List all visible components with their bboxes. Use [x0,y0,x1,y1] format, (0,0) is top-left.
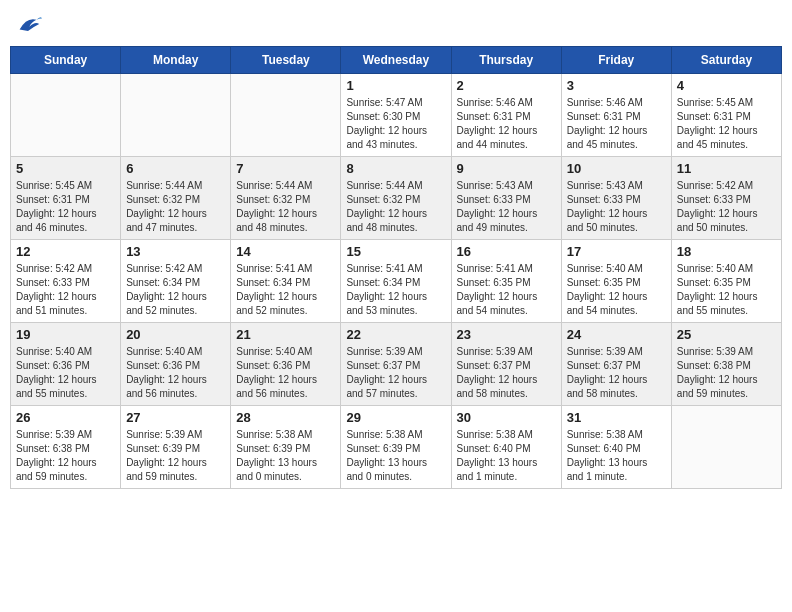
sunrise-text: Sunrise: 5:44 AM [346,180,422,191]
day-number: 3 [567,78,666,93]
calendar-week-row: 12 Sunrise: 5:42 AM Sunset: 6:33 PM Dayl… [11,240,782,323]
day-number: 21 [236,327,335,342]
day-number: 7 [236,161,335,176]
daylight-text: Daylight: 13 hours and 1 minute. [457,457,538,482]
daylight-text: Daylight: 12 hours and 45 minutes. [567,125,648,150]
sunrise-text: Sunrise: 5:39 AM [346,346,422,357]
day-number: 31 [567,410,666,425]
day-info: Sunrise: 5:42 AM Sunset: 6:34 PM Dayligh… [126,262,225,318]
day-number: 24 [567,327,666,342]
daylight-text: Daylight: 12 hours and 49 minutes. [457,208,538,233]
daylight-text: Daylight: 12 hours and 52 minutes. [236,291,317,316]
sunrise-text: Sunrise: 5:38 AM [567,429,643,440]
day-number: 26 [16,410,115,425]
day-info: Sunrise: 5:42 AM Sunset: 6:33 PM Dayligh… [16,262,115,318]
sunset-text: Sunset: 6:33 PM [677,194,751,205]
daylight-text: Daylight: 12 hours and 57 minutes. [346,374,427,399]
calendar-day-cell: 9 Sunrise: 5:43 AM Sunset: 6:33 PM Dayli… [451,157,561,240]
sunset-text: Sunset: 6:40 PM [567,443,641,454]
sunset-text: Sunset: 6:31 PM [16,194,90,205]
day-info: Sunrise: 5:43 AM Sunset: 6:33 PM Dayligh… [457,179,556,235]
day-number: 13 [126,244,225,259]
sunrise-text: Sunrise: 5:38 AM [236,429,312,440]
daylight-text: Daylight: 12 hours and 52 minutes. [126,291,207,316]
sunset-text: Sunset: 6:32 PM [236,194,310,205]
sunset-text: Sunset: 6:35 PM [677,277,751,288]
sunset-text: Sunset: 6:34 PM [236,277,310,288]
sunrise-text: Sunrise: 5:40 AM [567,263,643,274]
day-info: Sunrise: 5:39 AM Sunset: 6:39 PM Dayligh… [126,428,225,484]
day-number: 30 [457,410,556,425]
calendar-day-cell [671,406,781,489]
calendar-day-cell: 11 Sunrise: 5:42 AM Sunset: 6:33 PM Dayl… [671,157,781,240]
calendar-day-cell: 17 Sunrise: 5:40 AM Sunset: 6:35 PM Dayl… [561,240,671,323]
day-info: Sunrise: 5:46 AM Sunset: 6:31 PM Dayligh… [567,96,666,152]
daylight-text: Daylight: 13 hours and 0 minutes. [346,457,427,482]
day-info: Sunrise: 5:41 AM Sunset: 6:34 PM Dayligh… [236,262,335,318]
calendar-day-cell: 15 Sunrise: 5:41 AM Sunset: 6:34 PM Dayl… [341,240,451,323]
calendar-day-cell: 1 Sunrise: 5:47 AM Sunset: 6:30 PM Dayli… [341,74,451,157]
weekday-header: Tuesday [231,47,341,74]
day-info: Sunrise: 5:38 AM Sunset: 6:40 PM Dayligh… [567,428,666,484]
daylight-text: Daylight: 12 hours and 59 minutes. [16,457,97,482]
page-header [10,10,782,38]
sunset-text: Sunset: 6:39 PM [126,443,200,454]
day-info: Sunrise: 5:41 AM Sunset: 6:34 PM Dayligh… [346,262,445,318]
calendar-day-cell: 2 Sunrise: 5:46 AM Sunset: 6:31 PM Dayli… [451,74,561,157]
daylight-text: Daylight: 12 hours and 53 minutes. [346,291,427,316]
day-number: 19 [16,327,115,342]
day-info: Sunrise: 5:46 AM Sunset: 6:31 PM Dayligh… [457,96,556,152]
daylight-text: Daylight: 12 hours and 59 minutes. [677,374,758,399]
daylight-text: Daylight: 13 hours and 1 minute. [567,457,648,482]
calendar-week-row: 5 Sunrise: 5:45 AM Sunset: 6:31 PM Dayli… [11,157,782,240]
sunset-text: Sunset: 6:32 PM [346,194,420,205]
day-number: 27 [126,410,225,425]
day-number: 25 [677,327,776,342]
sunrise-text: Sunrise: 5:46 AM [457,97,533,108]
sunset-text: Sunset: 6:32 PM [126,194,200,205]
weekday-header: Wednesday [341,47,451,74]
calendar-day-cell: 27 Sunrise: 5:39 AM Sunset: 6:39 PM Dayl… [121,406,231,489]
daylight-text: Daylight: 12 hours and 55 minutes. [677,291,758,316]
sunset-text: Sunset: 6:30 PM [346,111,420,122]
sunrise-text: Sunrise: 5:39 AM [677,346,753,357]
sunrise-text: Sunrise: 5:41 AM [236,263,312,274]
day-info: Sunrise: 5:40 AM Sunset: 6:36 PM Dayligh… [16,345,115,401]
day-number: 4 [677,78,776,93]
day-number: 5 [16,161,115,176]
calendar-day-cell: 26 Sunrise: 5:39 AM Sunset: 6:38 PM Dayl… [11,406,121,489]
daylight-text: Daylight: 12 hours and 59 minutes. [126,457,207,482]
sunset-text: Sunset: 6:34 PM [126,277,200,288]
calendar-day-cell [231,74,341,157]
calendar-day-cell: 31 Sunrise: 5:38 AM Sunset: 6:40 PM Dayl… [561,406,671,489]
calendar-day-cell: 16 Sunrise: 5:41 AM Sunset: 6:35 PM Dayl… [451,240,561,323]
sunrise-text: Sunrise: 5:47 AM [346,97,422,108]
calendar-week-row: 26 Sunrise: 5:39 AM Sunset: 6:38 PM Dayl… [11,406,782,489]
daylight-text: Daylight: 12 hours and 48 minutes. [236,208,317,233]
day-number: 8 [346,161,445,176]
sunrise-text: Sunrise: 5:40 AM [677,263,753,274]
calendar-day-cell: 24 Sunrise: 5:39 AM Sunset: 6:37 PM Dayl… [561,323,671,406]
day-info: Sunrise: 5:40 AM Sunset: 6:35 PM Dayligh… [567,262,666,318]
daylight-text: Daylight: 12 hours and 51 minutes. [16,291,97,316]
day-number: 20 [126,327,225,342]
daylight-text: Daylight: 12 hours and 58 minutes. [567,374,648,399]
weekday-header: Monday [121,47,231,74]
daylight-text: Daylight: 12 hours and 50 minutes. [677,208,758,233]
day-info: Sunrise: 5:45 AM Sunset: 6:31 PM Dayligh… [16,179,115,235]
day-number: 12 [16,244,115,259]
sunrise-text: Sunrise: 5:41 AM [346,263,422,274]
day-info: Sunrise: 5:39 AM Sunset: 6:37 PM Dayligh… [457,345,556,401]
calendar-day-cell: 7 Sunrise: 5:44 AM Sunset: 6:32 PM Dayli… [231,157,341,240]
sunset-text: Sunset: 6:37 PM [457,360,531,371]
day-number: 23 [457,327,556,342]
calendar-day-cell: 8 Sunrise: 5:44 AM Sunset: 6:32 PM Dayli… [341,157,451,240]
calendar-day-cell: 6 Sunrise: 5:44 AM Sunset: 6:32 PM Dayli… [121,157,231,240]
sunrise-text: Sunrise: 5:46 AM [567,97,643,108]
day-number: 11 [677,161,776,176]
sunrise-text: Sunrise: 5:42 AM [126,263,202,274]
sunset-text: Sunset: 6:31 PM [457,111,531,122]
sunrise-text: Sunrise: 5:41 AM [457,263,533,274]
calendar-day-cell: 18 Sunrise: 5:40 AM Sunset: 6:35 PM Dayl… [671,240,781,323]
calendar-table: SundayMondayTuesdayWednesdayThursdayFrid… [10,46,782,489]
